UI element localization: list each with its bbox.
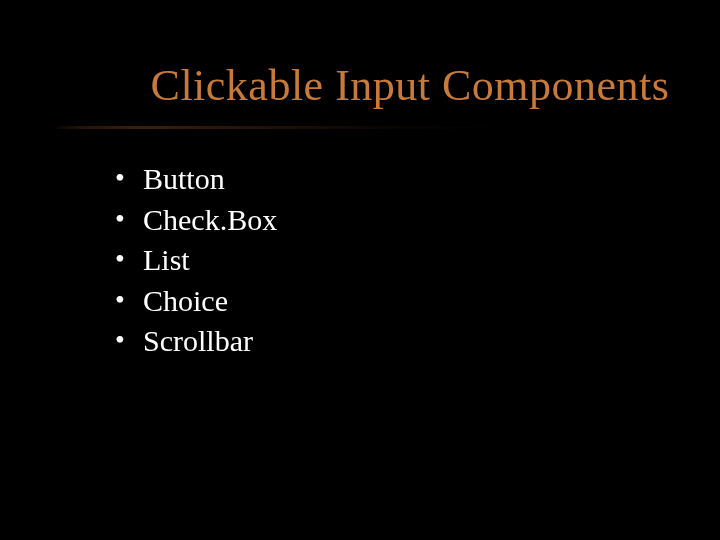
list-item: Choice (115, 281, 670, 322)
slide-container: Clickable Input Components Button Check.… (0, 0, 720, 540)
list-item: List (115, 240, 670, 281)
slide-title: Clickable Input Components (50, 60, 670, 111)
list-item: Button (115, 159, 670, 200)
list-item: Scrollbar (115, 321, 670, 362)
title-divider (50, 126, 670, 129)
bullet-list: Button Check.Box List Choice Scrollbar (50, 159, 670, 362)
list-item: Check.Box (115, 200, 670, 241)
